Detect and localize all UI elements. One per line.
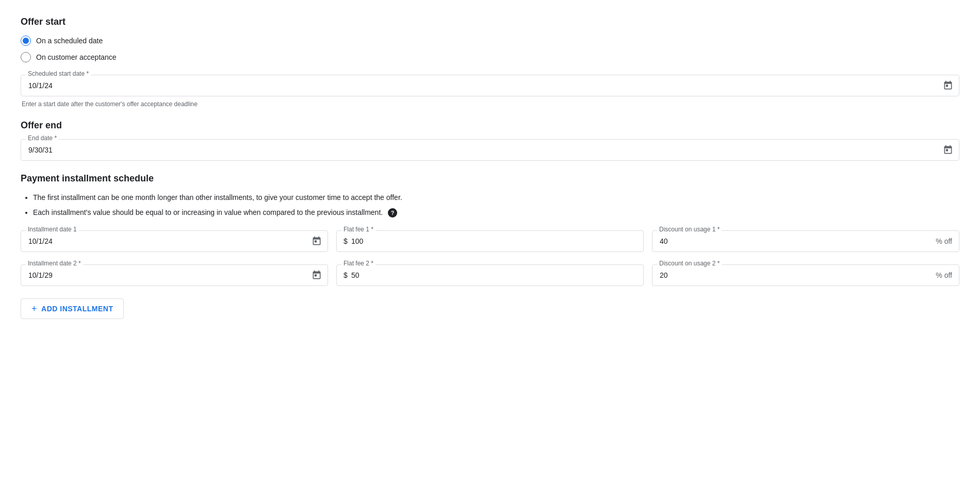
installment-date-2-container: Installment date 2: [21, 264, 328, 286]
installment-date-1-container: Installment date 1: [21, 230, 328, 252]
payment-schedule-title: Payment installment schedule: [21, 173, 959, 184]
flat-fee-2-label: Flat fee 2: [341, 260, 375, 267]
end-date-calendar-icon[interactable]: [943, 145, 953, 155]
payment-schedule-bullets: The first installment can be one month l…: [21, 192, 959, 218]
flat-fee-2-container: Flat fee 2 $: [336, 264, 644, 286]
scheduled-start-date-hint: Enter a start date after the customer's …: [22, 100, 959, 108]
discount-usage-1-container: Discount on usage 1 % off: [652, 230, 959, 252]
installment-date-1-label: Installment date 1: [26, 226, 79, 233]
help-icon[interactable]: ?: [388, 208, 397, 217]
offer-start-radio-group: On a scheduled date On customer acceptan…: [21, 36, 959, 62]
flat-fee-2-input-wrapper: $: [336, 264, 644, 286]
end-date-container: End date: [21, 139, 959, 161]
installment-date-2-input[interactable]: [21, 264, 328, 286]
installment-row-1: Installment date 1 Flat fee 1 $ Discount…: [21, 230, 959, 256]
plus-icon: +: [31, 304, 37, 313]
bullet-1: The first installment can be one month l…: [33, 192, 959, 203]
discount-usage-2-container: Discount on usage 2 % off: [652, 264, 959, 286]
discount-usage-2-input[interactable]: [652, 264, 959, 286]
scheduled-start-date-calendar-icon[interactable]: [943, 80, 953, 91]
discount-usage-1-input[interactable]: [652, 230, 959, 252]
installment-date-1-calendar-icon[interactable]: [312, 236, 322, 246]
flat-fee-1-label: Flat fee 1: [341, 226, 375, 233]
discount-usage-2-label: Discount on usage 2: [657, 260, 722, 267]
flat-fee-1-input[interactable]: [336, 230, 644, 252]
flat-fee-2-input[interactable]: [336, 264, 644, 286]
radio-scheduled[interactable]: [21, 36, 31, 46]
installment-row-2: Installment date 2 Flat fee 2 $ Discount…: [21, 264, 959, 290]
radio-scheduled-text: On a scheduled date: [36, 37, 103, 45]
bullet-2: Each installment's value should be equal…: [33, 207, 959, 218]
add-installment-label: ADD INSTALLMENT: [41, 305, 113, 313]
scheduled-start-date-label: Scheduled start date: [26, 70, 91, 77]
radio-acceptance-label[interactable]: On customer acceptance: [21, 52, 959, 62]
flat-fee-1-input-wrapper: $: [336, 230, 644, 252]
end-date-label: End date: [26, 135, 59, 142]
installment-date-1-input[interactable]: [21, 230, 328, 252]
add-installment-button[interactable]: + ADD INSTALLMENT: [21, 298, 124, 319]
offer-end-section: Offer end End date: [21, 120, 959, 161]
payment-installment-section: Payment installment schedule The first i…: [21, 173, 959, 319]
end-date-input[interactable]: [21, 139, 959, 161]
offer-start-title: Offer start: [21, 16, 959, 27]
radio-acceptance-text: On customer acceptance: [36, 53, 117, 61]
scheduled-start-date-container: Scheduled start date: [21, 75, 959, 96]
radio-scheduled-label[interactable]: On a scheduled date: [21, 36, 959, 46]
offer-end-title: Offer end: [21, 120, 959, 131]
radio-acceptance[interactable]: [21, 52, 31, 62]
scheduled-start-date-input[interactable]: [21, 75, 959, 96]
installment-date-2-calendar-icon[interactable]: [312, 270, 322, 280]
installment-date-2-label: Installment date 2: [26, 260, 83, 267]
discount-usage-1-label: Discount on usage 1: [657, 226, 722, 233]
flat-fee-1-container: Flat fee 1 $: [336, 230, 644, 252]
offer-start-section: Offer start On a scheduled date On custo…: [21, 16, 959, 108]
